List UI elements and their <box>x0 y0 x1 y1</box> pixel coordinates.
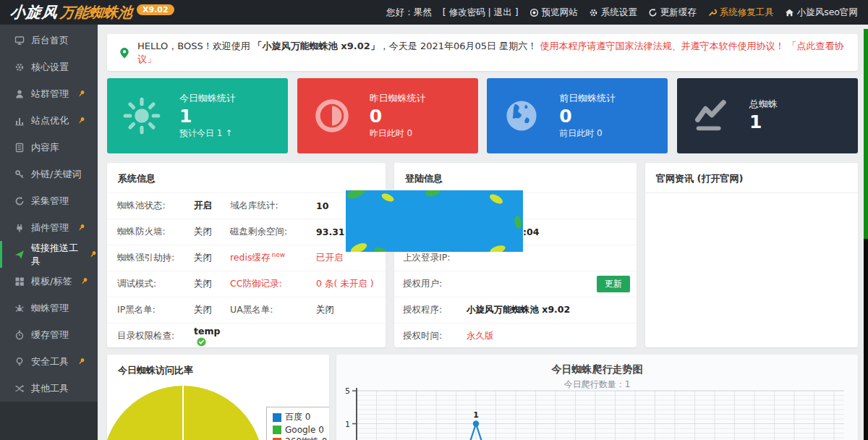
globe-icon <box>498 93 545 139</box>
refresh-icon <box>14 196 25 206</box>
key-icon <box>14 169 25 179</box>
welcome-text: HELLO，BOSS！欢迎使用 「小旋风万能蜘蛛池 x9.02」，今天是 202… <box>137 40 846 66</box>
pie-chart-title: 今日蜘蛛访问比率 <box>107 355 329 384</box>
right-edge-green-strip <box>864 29 868 239</box>
send-icon <box>14 250 25 260</box>
legend-item: Google 0 <box>273 423 327 436</box>
update-auth-button[interactable]: 更新 <box>597 276 630 292</box>
stat-card-sub: 昨日此时 0 <box>370 127 426 140</box>
logo-part2: 万能蜘蛛池 <box>59 3 134 22</box>
pin-icon <box>77 357 86 366</box>
stat-card: 总蜘蛛 1 <box>677 78 858 153</box>
sidebar-item[interactable]: 站点优化 <box>0 107 98 134</box>
login-info-row: 授权时间: 永久版 <box>394 323 637 349</box>
svg-text:1: 1 <box>345 420 350 429</box>
gear-icon <box>14 62 25 72</box>
sidebar-item[interactable]: 采集管理 <box>0 187 98 214</box>
pin-icon <box>77 116 86 125</box>
sidebar-item[interactable]: 模板/标签 <box>0 268 98 295</box>
header-menu-home[interactable]: 小旋风seo官网 <box>785 7 858 19</box>
stat-card-value: 0 <box>370 105 426 127</box>
stat-card-value: 1 <box>749 111 778 133</box>
bulb-icon <box>14 357 25 367</box>
stat-card: 昨日蜘蛛统计 0 昨日此时 0 <box>297 78 478 153</box>
sidebar-item[interactable]: 其他工具 <box>0 375 98 402</box>
pin-icon <box>77 223 86 232</box>
top-header: 小旋风 万能蜘蛛池 X9.02 您好：果然 [ 修改密码 | 退出 ] 预览网站… <box>0 0 868 25</box>
news-title[interactable]: 官网资讯 (打开官网) <box>645 163 858 193</box>
sidebar-item[interactable]: 站群管理 <box>0 80 98 107</box>
trend-icon <box>689 93 735 139</box>
sidebar-item[interactable]: 后台首页 <box>0 27 98 54</box>
stat-card-sub: 预计今日 1 ↑ <box>179 127 236 140</box>
sidebar-item[interactable]: 链接推送工具 <box>0 241 98 268</box>
stat-cards-row: 今日蜘蛛统计 1 预计今日 1 ↑ 昨日蜘蛛统计 0 昨日此时 0 前日蜘蛛统计… <box>107 78 858 153</box>
main-content: HELLO，BOSS！欢迎使用 「小旋风万能蜘蛛池 x9.02」，今天是 202… <box>98 25 868 440</box>
legal-warning: 使用本程序请遵守国家法律法规、并遵守本软件使用协议！ <box>540 41 784 51</box>
login-info-row: 授权用户: 更新 <box>394 271 637 297</box>
line-chart-title: 今日蜘蛛爬行走势图 <box>336 355 858 376</box>
stat-card: 前日蜘蛛统计 0 前日此时 0 <box>487 78 668 153</box>
pie-chart-panel: 今日蜘蛛访问比率 百度 0Google 0360蜘蛛 0 <box>107 355 329 440</box>
sidebar-menu: 后台首页核心设置站群管理站点优化内容库外链/关键词采集管理插件管理链接推送工具模… <box>0 25 98 402</box>
logo: 小旋风 万能蜘蛛池 X9.02 <box>0 2 174 22</box>
svg-text:1: 1 <box>473 410 479 420</box>
system-info-row: 目录权限检查:temp <box>107 323 386 349</box>
stat-card-title: 前日蜘蛛统计 <box>559 92 616 105</box>
monitor-icon <box>14 35 25 46</box>
sidebar-item[interactable]: 蜘蛛管理 <box>0 295 98 321</box>
shuffle-icon <box>14 384 25 394</box>
greeting-text: 您好：果然 <box>386 7 432 19</box>
document-icon <box>14 143 25 153</box>
wrench-icon <box>707 8 717 17</box>
welcome-banner: HELLO，BOSS！欢迎使用 「小旋风万能蜘蛛池 x9.02」，今天是 202… <box>107 34 858 71</box>
header-menu-preview[interactable]: 预览网站 <box>529 7 578 19</box>
account-links[interactable]: [ 修改密码 | 退出 ] <box>443 7 519 19</box>
sidebar-item[interactable]: 缓存管理 <box>0 321 98 348</box>
line-chart-panel: 今日蜘蛛爬行走势图 今日爬行数量：1 1.511 <box>336 355 858 440</box>
stat-card-value: 1 <box>179 105 236 127</box>
header-right: 您好：果然 [ 修改密码 | 退出 ] 预览网站系统设置更新缓存系统修复工具小旋… <box>386 7 868 19</box>
preview-icon <box>529 8 539 17</box>
system-info-panel: 系统信息 蜘蛛池状态:开启域名库统计:10蜘蛛防火墙:关闭磁盘剩余空间:93.3… <box>107 163 386 347</box>
grid-icon <box>14 276 25 287</box>
legend-item: 百度 0 <box>273 411 327 423</box>
stat-card-title: 今日蜘蛛统计 <box>179 92 236 105</box>
sidebar-item[interactable]: 内容库 <box>0 134 98 161</box>
system-info-title: 系统信息 <box>107 163 386 192</box>
system-info-row: 蜘蛛池状态:开启域名库统计:10 <box>107 192 386 219</box>
version-badge: X9.02 <box>137 4 174 15</box>
bar-chart-icon <box>14 116 25 126</box>
system-info-row: 蜘蛛强引劫持:关闭redis缓存new已开启 <box>107 245 386 271</box>
system-info-row: 蜘蛛防火墙:关闭磁盘剩余空间:93.31 GB <box>107 219 386 245</box>
header-menu-wrench[interactable]: 系统修复工具 <box>707 7 774 19</box>
stat-card-title: 总蜘蛛 <box>749 98 778 111</box>
legend-item: 360蜘蛛 0 <box>273 436 327 440</box>
right-edge-black-strip <box>864 239 868 440</box>
stat-card-value: 0 <box>559 105 616 127</box>
pie-slice-divider <box>182 386 184 440</box>
sidebar-item[interactable]: 外链/关键词 <box>0 161 98 187</box>
gear-icon <box>589 8 598 17</box>
sidebar-item[interactable]: 安全工具 <box>0 348 98 375</box>
pie-chart <box>107 386 263 440</box>
news-panel: 官网资讯 (打开官网) <box>645 163 858 347</box>
svg-text:1.5: 1.5 <box>345 388 350 396</box>
user-icon <box>14 89 25 99</box>
login-info-row: 授权程序: 小旋风万能蜘蛛池 x9.02 <box>394 297 637 323</box>
stat-card: 今日蜘蛛统计 1 预计今日 1 ↑ <box>107 78 288 153</box>
stat-card-sub: 前日此时 0 <box>559 127 616 140</box>
plugin-icon <box>14 223 25 233</box>
logo-part1: 小旋风 <box>9 2 59 22</box>
sidebar-item[interactable]: 核心设置 <box>0 54 98 80</box>
sidebar-item[interactable]: 插件管理 <box>0 214 98 241</box>
contrast-icon <box>309 93 355 139</box>
line-chart: 1.511 <box>345 388 851 440</box>
pie-legend: 百度 0Google 0360蜘蛛 0 <box>266 407 329 440</box>
refresh-icon <box>648 8 658 17</box>
pin-icon <box>88 250 98 259</box>
header-menu-gear[interactable]: 系统设置 <box>589 7 637 19</box>
system-info-row: IP黑名单:关闭UA黑名单:关闭 <box>107 297 386 323</box>
sun-icon <box>119 93 165 139</box>
header-menu-refresh[interactable]: 更新缓存 <box>648 7 697 19</box>
